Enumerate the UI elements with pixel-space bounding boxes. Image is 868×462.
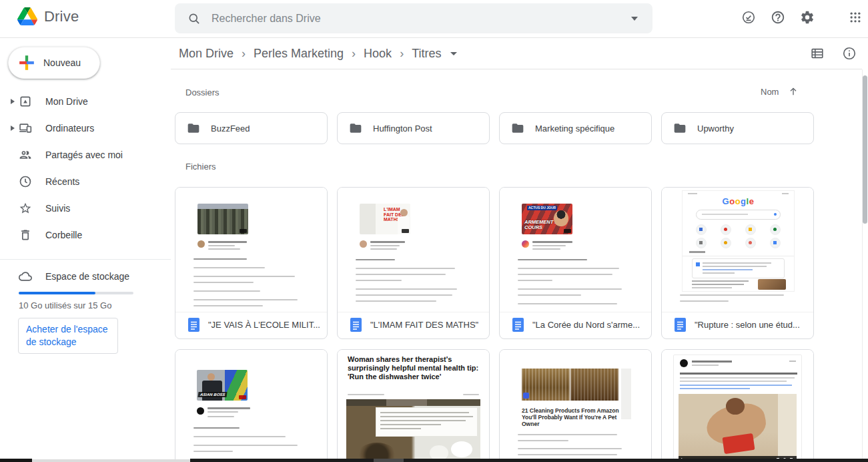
share-badge (523, 393, 529, 399)
folder-name: BuzzFeed (211, 124, 250, 134)
help-button[interactable] (765, 4, 791, 31)
file-thumbnail: ASIAN BOSS (175, 350, 327, 462)
search-icon[interactable] (187, 12, 201, 25)
file-footer: "JE VAIS À L'ECOLE MILIT... (175, 311, 327, 338)
file-card[interactable]: "JE VAIS À L'ECOLE MILIT... (175, 187, 328, 339)
folder-name: Upworthy (697, 124, 734, 134)
search-bar[interactable] (175, 3, 653, 33)
bottom-edge-strip (32, 459, 190, 462)
scrollbar-thumb[interactable] (863, 75, 867, 224)
sort-label[interactable]: Nom (761, 87, 779, 97)
video-banner-top: ACTUS DU JOUR (527, 206, 557, 210)
shared-people-icon (19, 148, 32, 162)
buy-storage-button[interactable]: Acheter de l'espace de stockage (18, 318, 118, 354)
breadcrumb-item[interactable]: Mon Drive (176, 45, 236, 62)
drive-logo[interactable]: Drive (17, 7, 79, 25)
file-card[interactable]: L'IMAM FAIT DES MATHS (337, 187, 490, 339)
star-icon (19, 202, 32, 215)
cloud-icon (19, 270, 32, 283)
folder-icon (187, 122, 200, 135)
folder-name: Marketing spécifique (535, 124, 614, 134)
breadcrumb-separator-icon: › (352, 47, 356, 61)
file-card[interactable] (661, 349, 814, 462)
file-title: "La Corée du Nord s'arme... (532, 320, 640, 330)
breadcrumb-item[interactable]: Hook (361, 45, 394, 62)
folder-card[interactable]: Marketing spécifique (499, 112, 652, 144)
sidebar-item-mon-drive[interactable]: Mon Drive (0, 88, 171, 115)
video-overlay-text: ASIAN BOSS (197, 392, 227, 397)
google-logo: Google (683, 196, 794, 206)
google-doc-icon (512, 318, 524, 332)
clock-icon (19, 175, 32, 188)
settings-button[interactable] (794, 4, 821, 31)
breadcrumb-current[interactable]: Titres (409, 45, 444, 62)
info-panel-button[interactable] (841, 45, 858, 62)
google-doc-icon (675, 318, 686, 332)
sidebar-item-ordinateurs[interactable]: Ordinateurs (0, 115, 171, 142)
storage-progress-fill (19, 292, 95, 294)
google-app-screenshot: Google (682, 190, 795, 292)
info-icon (842, 46, 857, 61)
sort-control[interactable]: Nom (761, 86, 799, 97)
drive-logo-icon (17, 7, 37, 25)
folder-menu-caret-icon[interactable] (450, 52, 457, 55)
computers-icon (19, 122, 32, 135)
folders-section-label: Dossiers (185, 87, 220, 97)
folder-card[interactable]: BuzzFeed (175, 112, 328, 144)
file-thumbnail: ACTUS DU JOUR ARMEMENT EN COURS (500, 188, 651, 312)
storage-progress-bar (19, 292, 133, 294)
folder-card[interactable]: Upworthy (661, 112, 814, 144)
file-card[interactable]: Woman shares her therapist's surprisingl… (337, 349, 490, 462)
file-card[interactable]: ACTUS DU JOUR ARMEMENT EN COURS (499, 187, 652, 339)
file-thumbnail: 21 Cleaning Products From Amazon You'll … (500, 350, 651, 462)
sidebar-item-partages-avec-moi[interactable]: Partagés avec moi (0, 142, 171, 168)
folder-card[interactable]: Huffington Post (337, 112, 490, 144)
article-headline: Woman shares her therapist's surprisingl… (348, 355, 481, 381)
multicolor-plus-icon (18, 54, 35, 71)
breadcrumb-item[interactable]: Perles Marketing (251, 45, 346, 62)
file-thumbnail (175, 188, 327, 312)
new-button-label: Nouveau (43, 57, 81, 68)
sidebar: Nouveau Mon Drive Ordinateurs Partagés a… (0, 37, 171, 462)
bottom-edge-strip (0, 459, 32, 462)
google-doc-icon (188, 318, 199, 332)
file-card[interactable]: Google (661, 187, 814, 339)
logo-text: Drive (44, 8, 79, 25)
help-icon (771, 10, 785, 25)
file-title: "JE VAIS À L'ECOLE MILIT... (208, 320, 320, 330)
folder-icon (511, 122, 524, 135)
apps-grid-button[interactable] (842, 4, 868, 31)
sidebar-item-espace-de-stockage[interactable]: Espace de stockage (0, 263, 171, 290)
file-thumbnail: Woman shares her therapist's surprisingl… (338, 350, 489, 462)
sort-direction-arrow-icon[interactable] (788, 86, 799, 97)
search-options-caret-icon[interactable] (631, 17, 638, 21)
offline-status-button[interactable] (735, 4, 762, 31)
bottom-edge-strip (190, 459, 868, 462)
sidebar-item-recents[interactable]: Récents (0, 168, 171, 195)
file-card[interactable]: ASIAN BOSS (175, 349, 328, 462)
file-thumbnail: L'IMAM FAIT DES MATHS (338, 188, 489, 312)
app-header: Drive (0, 0, 868, 38)
file-footer: "L'IMAM FAIT DES MATHS" (338, 311, 489, 338)
files-section-label: Fichiers (185, 162, 216, 172)
file-thumbnail: Google (662, 188, 813, 312)
trash-icon (19, 228, 32, 242)
storage-usage-text: 10 Go utilisés sur 15 Go (19, 300, 111, 310)
new-button[interactable]: Nouveau (8, 47, 100, 79)
sidebar-item-suivis[interactable]: Suivis (0, 195, 171, 222)
expand-arrow-icon[interactable] (11, 99, 15, 104)
breadcrumb-separator-icon: › (242, 47, 246, 61)
my-drive-icon (19, 95, 32, 108)
expand-arrow-icon[interactable] (11, 126, 15, 131)
folder-icon (349, 122, 362, 135)
file-thumbnail (662, 350, 813, 462)
file-card[interactable]: 21 Cleaning Products From Amazon You'll … (499, 349, 652, 462)
sidebar-item-corbeille[interactable]: Corbeille (0, 222, 171, 248)
list-view-toggle-button[interactable] (809, 45, 826, 62)
article-photo (570, 369, 618, 401)
breadcrumb: Mon Drive › Perles Marketing › Hook › Ti… (176, 45, 457, 62)
apps-grid-icon (849, 11, 862, 24)
search-input[interactable] (210, 12, 631, 25)
article-photo (346, 399, 480, 462)
list-view-icon (810, 46, 825, 61)
